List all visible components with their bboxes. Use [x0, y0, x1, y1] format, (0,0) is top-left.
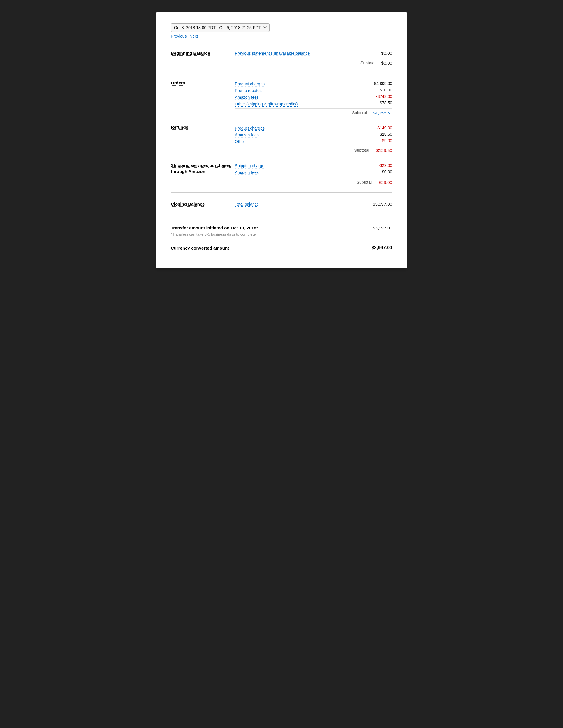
orders-product-charges-label[interactable]: Product charges — [235, 82, 264, 86]
orders-label: Orders — [171, 79, 235, 88]
orders-promo-rebates-label[interactable]: Promo rebates — [235, 88, 262, 93]
currency-section: Currency converted amount $3,997.00 — [171, 242, 392, 254]
orders-amazon-fees-label[interactable]: Amazon fees — [235, 95, 259, 100]
closing-balance-section: Closing Balance Total balance $3,997.00 — [171, 199, 392, 209]
shipping-amazon-fees-amount: $0.00 — [379, 169, 392, 175]
shipping-subtotal-row: Subtotal -$29.00 — [171, 177, 392, 187]
transfer-note: *Transfers can take 3-5 business days to… — [171, 232, 392, 242]
statement-card: Oct 8, 2018 18:00 PDT - Oct 9, 2018 21:2… — [156, 12, 407, 268]
refunds-other-amount: -$9.00 — [376, 137, 392, 144]
transfer-amount: $3,997.00 — [373, 225, 392, 230]
shipping-charges-label[interactable]: Shipping charges — [235, 163, 266, 168]
currency-amount: $3,997.00 — [372, 245, 392, 250]
pagination-nav: Previous Next — [171, 34, 392, 38]
shipping-charges-amount: -$29.00 — [379, 162, 392, 169]
refunds-items-col: Product charges Amazon fees Other — [235, 123, 376, 145]
list-item: Amazon fees — [235, 94, 374, 100]
refunds-subtotal-label: Subtotal — [235, 146, 369, 155]
list-item: Other — [235, 138, 376, 145]
beginning-subtotal-label: Subtotal — [235, 59, 375, 67]
previous-link[interactable]: Previous — [171, 34, 186, 38]
refunds-other-label[interactable]: Other — [235, 139, 245, 144]
refunds-product-charges-label[interactable]: Product charges — [235, 126, 264, 130]
orders-subtotal-label: Subtotal — [235, 108, 367, 117]
currency-label: Currency converted amount — [171, 245, 372, 250]
shipping-subtotal-amount: -$29.00 — [372, 178, 392, 187]
shipping-section: Shipping services purchased through Amaz… — [171, 160, 392, 177]
closing-balance-item-label[interactable]: Total balance — [235, 202, 373, 206]
refunds-amazon-fees-label[interactable]: Amazon fees — [235, 132, 259, 137]
next-link[interactable]: Next — [189, 34, 198, 38]
shipping-amounts-col: -$29.00 $0.00 — [379, 160, 392, 177]
shipping-amazon-fees-label[interactable]: Amazon fees — [235, 170, 259, 175]
orders-amounts-col: $4,809.00 $10.00 -$742.00 $78.50 — [374, 79, 392, 107]
orders-promo-rebates-amount: $10.00 — [374, 87, 392, 93]
beginning-balance-item-label[interactable]: Previous statement's unavailable balance — [235, 47, 381, 58]
divider-2 — [171, 192, 392, 193]
orders-amazon-fees-amount: -$742.00 — [374, 93, 392, 100]
beginning-balance-section: Beginning Balance Previous statement's u… — [171, 47, 392, 58]
refunds-section: Refunds Product charges Amazon fees Othe… — [171, 123, 392, 145]
list-item: Promo rebates — [235, 87, 374, 94]
refunds-amazon-fees-amount: $28.50 — [376, 131, 392, 137]
beginning-balance-item-amount: $0.00 — [381, 47, 392, 58]
orders-subtotal-amount: $4,155.50 — [367, 108, 392, 117]
orders-other-amount: $78.50 — [374, 100, 392, 106]
transfer-section: Transfer amount initiated on Oct 10, 201… — [171, 221, 392, 232]
beginning-balance-label: Beginning Balance — [171, 47, 235, 58]
closing-balance-label: Closing Balance — [171, 202, 235, 206]
shipping-label: Shipping services purchased through Amaz… — [171, 160, 235, 177]
orders-items-col: Product charges Promo rebates Amazon fee… — [235, 79, 374, 107]
date-selector-row: Oct 8, 2018 18:00 PDT - Oct 9, 2018 21:2… — [171, 23, 392, 32]
refunds-subtotal-row: Subtotal -$129.50 — [171, 145, 392, 155]
list-item: Amazon fees — [235, 169, 379, 176]
orders-product-charges-amount: $4,809.00 — [374, 80, 392, 87]
beginning-subtotal-amount: $0.00 — [375, 59, 392, 67]
list-item: Product charges — [235, 125, 376, 131]
refunds-amounts-col: -$149.00 $28.50 -$9.00 — [376, 123, 392, 145]
orders-section: Orders Product charges Promo rebates Ama… — [171, 79, 392, 107]
list-item: Product charges — [235, 80, 374, 87]
date-range-select[interactable]: Oct 8, 2018 18:00 PDT - Oct 9, 2018 21:2… — [171, 23, 269, 32]
list-item: Other (shipping & gift wrap credits) — [235, 100, 374, 107]
refunds-product-charges-amount: -$149.00 — [376, 125, 392, 131]
transfer-label: Transfer amount initiated on Oct 10, 201… — [171, 225, 373, 230]
orders-subtotal-row: Subtotal $4,155.50 — [171, 107, 392, 117]
beginning-balance-subtotal-row: Subtotal $0.00 — [171, 59, 392, 67]
list-item: Amazon fees — [235, 131, 376, 138]
shipping-subtotal-label: Subtotal — [235, 178, 372, 187]
shipping-items-col: Shipping charges Amazon fees — [235, 160, 379, 177]
orders-other-label[interactable]: Other (shipping & gift wrap credits) — [235, 102, 298, 106]
list-item: Shipping charges — [235, 162, 379, 169]
refunds-label: Refunds — [171, 123, 235, 132]
closing-balance-item-amount: $3,997.00 — [373, 202, 392, 206]
refunds-subtotal-amount: -$129.50 — [369, 146, 392, 155]
